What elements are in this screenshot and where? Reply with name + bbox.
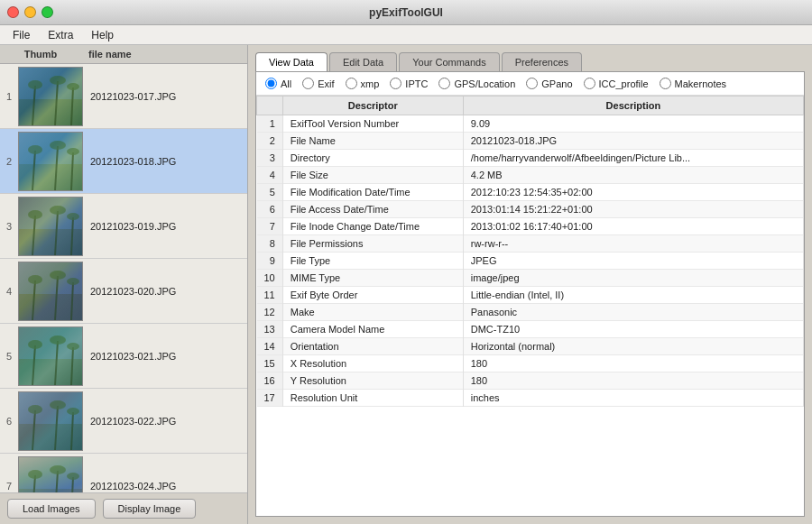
thumbnail-image [19,392,82,450]
description-cell: image/jpeg [463,270,803,287]
svg-point-35 [28,340,42,349]
filter-label-exif: Exif [318,78,334,89]
file-row[interactable]: 3 [0,194,247,259]
filter-radio-makernotes[interactable] [660,78,671,89]
filter-makernotes[interactable]: Makernotes [660,78,726,89]
file-name: 20121023-021.JPG [83,351,247,362]
row-num: 10 [257,270,283,287]
file-row[interactable]: 2 [0,129,247,194]
descriptor-cell: MIME Type [282,270,463,287]
filter-icc[interactable]: ICC_profile [584,78,649,89]
filter-radio-iptc[interactable] [390,78,401,89]
table-row[interactable]: 2 File Name 20121023-018.JPG [257,133,804,150]
file-row[interactable]: 5 [0,324,247,389]
filter-radio-exif[interactable] [302,78,314,89]
svg-point-5 [50,76,66,85]
close-button[interactable] [7,6,19,18]
filter-xmp[interactable]: xmp [346,78,380,89]
table-row[interactable]: 3 Directory /home/harryvanderwolf/Afbeel… [257,150,804,167]
menu-file[interactable]: File [7,27,35,43]
col-description-header: Description [463,97,803,115]
description-cell: 4.2 MB [463,167,803,184]
file-row[interactable]: 7 [0,454,247,492]
file-name: 20121023-022.JPG [83,416,247,427]
table-row[interactable]: 11 Exif Byte Order Little-endian (Intel,… [257,287,804,304]
display-image-button[interactable]: Display Image [103,499,197,519]
row-num: 13 [257,321,283,338]
descriptor-cell: File Access Date/Time [282,201,463,218]
thumbnail-image [19,327,82,385]
filter-radio-icc[interactable] [584,78,595,89]
description-cell: /home/harryvanderwolf/Afbeeldingen/Pictu… [463,150,803,167]
filter-gps[interactable]: GPS/Location [438,78,515,89]
table-row[interactable]: 14 Orientation Horizontal (normal) [257,338,804,355]
file-row[interactable]: 4 [0,259,247,324]
row-num: 1 [257,115,283,133]
table-row[interactable]: 12 Make Panasonic [257,304,804,321]
table-row[interactable]: 6 File Access Date/Time 2013:01:14 15:21… [257,201,804,218]
table-row[interactable]: 16 Y Resolution 180 [257,372,804,390]
filter-radio-xmp[interactable] [346,78,357,89]
menu-help[interactable]: Help [86,27,119,43]
table-row[interactable]: 5 File Modification Date/Time 2012:10:23… [257,184,804,201]
thumbnail-cell [18,67,83,126]
descriptor-cell: Exif Byte Order [282,287,463,304]
minimize-button[interactable] [24,6,36,18]
row-number: 7 [0,481,18,492]
filter-gpano[interactable]: GPano [526,78,572,89]
description-cell: DMC-TZ10 [463,321,803,338]
tab-preferences[interactable]: Preferences [502,52,582,71]
file-list-header: Thumb file name [0,45,247,64]
col-num-header [257,97,283,115]
descriptor-cell: ExifTool Version Number [282,115,463,133]
row-num: 15 [257,355,283,372]
filter-iptc[interactable]: IPTC [390,78,428,89]
load-images-button[interactable]: Load Images [7,499,96,519]
tab-your_commands[interactable]: Your Commands [399,52,500,71]
menu-extra[interactable]: Extra [42,27,78,43]
window-controls[interactable] [7,6,53,18]
row-num: 5 [257,184,283,201]
maximize-button[interactable] [42,6,53,18]
tab-view_data[interactable]: View Data [255,52,328,71]
description-cell: Horizontal (normal) [463,338,803,355]
table-row[interactable]: 1 ExifTool Version Number 9.09 [257,115,804,133]
descriptor-cell: Make [282,304,463,321]
filter-label-xmp: xmp [361,78,380,89]
description-cell: 2012:10:23 12:54:35+02:00 [463,184,803,201]
descriptor-cell: File Permissions [282,235,463,253]
thumbnail-image [19,262,82,320]
table-row[interactable]: 13 Camera Model Name DMC-TZ10 [257,321,804,338]
thumbnail-cell [18,132,83,191]
descriptor-cell: X Resolution [282,355,463,372]
row-num: 3 [257,150,283,167]
row-num: 6 [257,201,283,218]
svg-point-15 [67,148,79,155]
tab-edit_data[interactable]: Edit Data [329,52,397,71]
file-row[interactable]: 1 [0,64,247,129]
thumbnail-cell [18,262,83,321]
row-num: 9 [257,253,283,270]
table-row[interactable]: 17 Resolution Unit inches [257,390,804,407]
svg-point-21 [50,206,66,215]
table-row[interactable]: 10 MIME Type image/jpeg [257,270,804,287]
col-filename-header: file name [81,49,247,60]
table-row[interactable]: 8 File Permissions rw-rw-r-- [257,235,804,253]
filter-radio-gps[interactable] [438,78,450,89]
main-content: Thumb file name 1 [0,45,812,524]
filter-radio-gpano[interactable] [526,78,538,89]
table-row[interactable]: 9 File Type JPEG [257,253,804,270]
col-descriptor-header: Descriptor [282,97,463,115]
filter-all[interactable]: All [265,78,291,89]
title-bar: pyExifToolGUI [0,0,812,25]
filter-exif[interactable]: Exif [302,78,334,89]
svg-point-29 [50,271,66,280]
thumbnail-cell [18,391,83,451]
filter-radio-all[interactable] [265,78,277,89]
svg-point-13 [50,141,66,150]
file-row[interactable]: 6 [0,389,247,454]
file-name: 20121023-018.JPG [83,156,247,167]
table-row[interactable]: 4 File Size 4.2 MB [257,167,804,184]
table-row[interactable]: 15 X Resolution 180 [257,355,804,372]
table-row[interactable]: 7 File Inode Change Date/Time 2013:01:02… [257,218,804,235]
